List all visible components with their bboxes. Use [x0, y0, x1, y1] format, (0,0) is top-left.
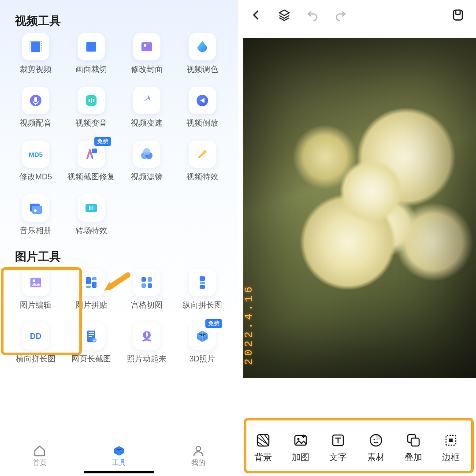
tools-screen: 视频工具 裁剪视频画面裁切修改封面视频调色视频配音视频变音视频变速视频倒放MD5… — [0, 0, 238, 476]
ebar-label: 边框 — [442, 451, 460, 463]
tool-screenshot-repair[interactable]: 视频截图修复免费 — [63, 141, 119, 182]
tool-label: 视频变音 — [75, 118, 107, 128]
tool-vertical-long[interactable]: 纵向拼长图 — [175, 269, 230, 310]
svg-point-55 — [373, 439, 375, 440]
tool-video-reverse[interactable]: 视频倒放 — [175, 87, 230, 128]
svg-rect-11 — [91, 98, 92, 103]
undo-icon[interactable] — [306, 8, 319, 22]
tool-3d-photo[interactable]: 3D照片免费 — [175, 323, 230, 364]
tool-horizontal-long[interactable]: DD横向拼长图 — [8, 323, 63, 364]
tool-label: 宫格切图 — [131, 300, 163, 310]
editor-canvas[interactable]: 2022.4.16 — [243, 38, 476, 378]
svg-rect-34 — [141, 283, 146, 288]
add-image-icon — [293, 433, 308, 448]
tool-label: 网页长截图 — [71, 353, 111, 364]
save-icon[interactable] — [451, 8, 465, 22]
editor-add-image[interactable]: 加图 — [282, 433, 319, 463]
tool-label: 转场特效 — [75, 225, 107, 236]
tool-crop-video[interactable]: 裁剪视频 — [8, 33, 63, 74]
horizontal-long-icon: DD — [22, 323, 49, 350]
editor-overlay[interactable]: 叠加 — [394, 433, 432, 463]
tool-transition[interactable]: 转场特效 — [63, 194, 119, 236]
tool-animate-photo[interactable]: 照片动起来 — [119, 323, 175, 364]
nav-home-icon — [33, 444, 46, 457]
tool-label: 画面裁切 — [75, 64, 107, 74]
tool-video-color[interactable]: 视频调色 — [175, 33, 230, 74]
video-voice-icon — [78, 87, 105, 114]
tool-label: 照片动起来 — [127, 353, 167, 364]
svg-rect-33 — [148, 277, 152, 282]
tool-video-voice[interactable]: 视频变音 — [63, 87, 119, 128]
tool-label: 修改MD5 — [19, 171, 52, 182]
tool-grid-cut[interactable]: 宫格切图 — [119, 269, 175, 310]
tool-change-cover[interactable]: 修改封面 — [119, 33, 175, 74]
tool-video-effect[interactable]: 视频特效 — [175, 141, 230, 182]
svg-point-27 — [33, 279, 35, 282]
web-long-shot-icon — [78, 323, 105, 350]
editor-bg[interactable]: 背景 — [244, 433, 282, 463]
svg-text:DD: DD — [30, 332, 41, 341]
ebar-label: 加图 — [292, 451, 309, 463]
ebar-label: 文字 — [329, 451, 347, 463]
video-dub-icon — [22, 87, 49, 114]
svg-rect-59 — [449, 439, 453, 442]
nav-me[interactable]: 我的 — [191, 444, 205, 468]
editor-sticker[interactable]: 素材 — [357, 433, 394, 463]
nav-me-icon — [192, 444, 205, 457]
svg-rect-0 — [31, 41, 40, 52]
tool-label: 3D照片 — [189, 353, 215, 364]
tool-image-edit[interactable]: 图片编辑 — [8, 269, 63, 310]
date-stamp: 2022.4.16 — [243, 284, 255, 365]
tool-video-filter[interactable]: 视频滤镜 — [119, 141, 175, 182]
tool-video-dub[interactable]: 视频配音 — [8, 87, 63, 128]
home-indicator — [84, 471, 154, 473]
video-tools-grid: 裁剪视频画面裁切修改封面视频调色视频配音视频变音视频变速视频倒放MD5修改MD5… — [0, 33, 238, 236]
tool-label: 视频特效 — [186, 171, 218, 182]
svg-rect-16 — [92, 149, 97, 153]
nav-tools[interactable]: 工具 — [112, 444, 126, 468]
tool-frame-crop[interactable]: 画面裁切 — [63, 33, 119, 74]
tool-video-speed[interactable]: 视频变速 — [119, 87, 175, 128]
svg-rect-8 — [34, 97, 37, 102]
grid-cut-icon — [133, 269, 160, 296]
tool-label: 视频截图修复 — [67, 171, 115, 182]
bottom-nav: 首页工具我的 — [0, 435, 238, 476]
video-filter-icon — [133, 141, 160, 168]
editor-text[interactable]: 文字 — [320, 433, 357, 463]
tool-collage[interactable]: 图片拼贴 — [63, 269, 119, 310]
animate-photo-icon — [133, 323, 160, 350]
nav-home[interactable]: 首页 — [33, 444, 47, 468]
text-icon — [331, 433, 346, 448]
editor-frame[interactable]: 边框 — [432, 433, 470, 463]
svg-rect-57 — [411, 438, 419, 446]
tool-label: 音乐相册 — [20, 225, 52, 236]
md5-icon: MD5 — [22, 141, 49, 168]
tool-label: 视频变速 — [131, 118, 163, 128]
svg-rect-29 — [92, 277, 97, 280]
svg-point-5 — [144, 44, 146, 47]
layers-icon[interactable] — [278, 8, 291, 22]
svg-point-47 — [196, 446, 201, 451]
svg-rect-26 — [30, 278, 41, 287]
svg-rect-35 — [148, 283, 152, 288]
tool-label: 图片拼贴 — [75, 300, 107, 310]
svg-point-52 — [297, 438, 299, 440]
tool-web-long-shot[interactable]: 网页长截图 — [63, 323, 119, 364]
ebar-label: 素材 — [367, 451, 385, 463]
free-badge: 免费 — [94, 137, 111, 146]
svg-point-44 — [92, 338, 97, 342]
tool-label: 视频滤镜 — [131, 171, 163, 182]
image-tools-header: 图片工具 — [0, 236, 238, 269]
tool-label: 视频倒放 — [186, 118, 218, 128]
tool-md5[interactable]: MD5修改MD5 — [8, 141, 63, 182]
svg-rect-28 — [86, 277, 91, 284]
svg-rect-21 — [32, 206, 42, 214]
ebar-label: 背景 — [254, 451, 272, 463]
svg-point-19 — [143, 148, 150, 155]
back-icon[interactable] — [249, 8, 263, 22]
nav-tools-icon — [112, 444, 126, 457]
tool-label: 修改封面 — [131, 64, 163, 74]
redo-icon[interactable] — [334, 8, 347, 22]
tool-music-album[interactable]: 音乐相册 — [8, 194, 63, 236]
vignette-overlay — [243, 38, 476, 378]
